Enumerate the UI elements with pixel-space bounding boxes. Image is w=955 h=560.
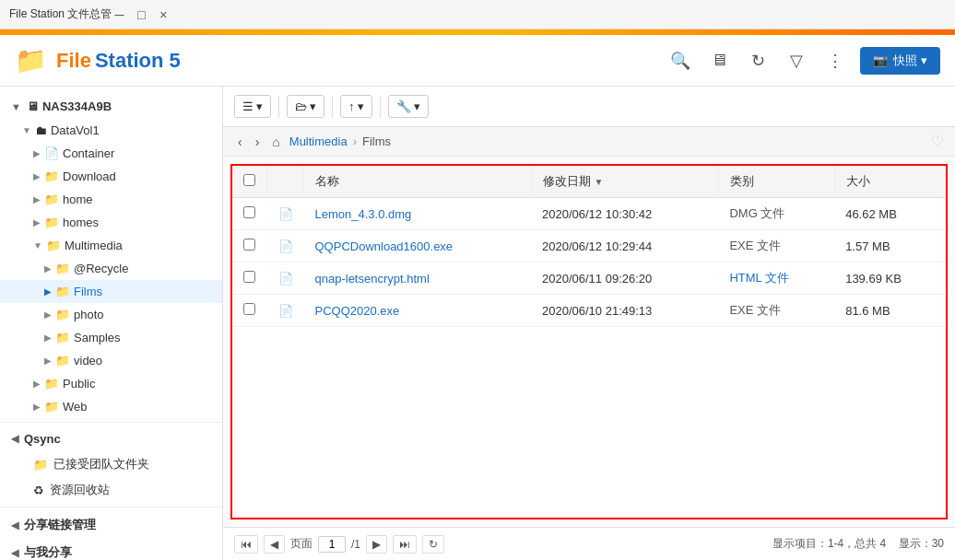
refresh-button[interactable]: ↻ [744, 47, 772, 75]
tools-button[interactable]: 🔧 ▾ [388, 95, 429, 118]
video-label: video [74, 354, 102, 368]
sidebar-item-qsync-recycle[interactable]: ♻ 资源回收站 [0, 477, 222, 503]
file-name[interactable]: QQPCDownload1600.exe [304, 230, 532, 262]
container-expand-icon: ▶ [33, 148, 41, 158]
sidebar-item-team-folder[interactable]: 📁 已接受团队文件夹 [0, 451, 222, 477]
samples-folder-icon: 📁 [55, 331, 70, 344]
first-page-button[interactable]: ⏮ [234, 535, 258, 554]
file-name[interactable]: PCQQ2020.exe [304, 295, 532, 327]
sidebar-item-samples[interactable]: ▶ 📁 Samples [0, 326, 222, 349]
logo-file: File [56, 49, 91, 73]
films-label: Films [74, 285, 102, 298]
screenshot-button[interactable]: 📷 快照 ▾ [860, 47, 940, 75]
new-folder-button[interactable]: 🗁 ▾ [287, 95, 324, 118]
last-page-button[interactable]: ⏭ [393, 535, 417, 554]
container-folder-icon: 📄 [44, 146, 59, 160]
next-page-button[interactable]: ▶ [366, 535, 387, 554]
table-row: 📄qnap-letsencrypt.html2020/06/11 09:26:2… [232, 262, 946, 295]
sidebar-share-header[interactable]: ◀ 分享链接管理 [0, 511, 222, 539]
back-button[interactable]: ‹ [234, 133, 246, 151]
upload-button[interactable]: ↑ ▾ [340, 95, 372, 118]
sidebar-withme-header[interactable]: ◀ 与我分享 [0, 539, 222, 560]
sidebar-item-download[interactable]: ▶ 📁 Download [0, 165, 222, 188]
display-count: 显示：30 [899, 537, 944, 550]
download-expand-icon: ▶ [33, 171, 41, 181]
footer: ⏮ ◀ 页面 /1 ▶ ⏭ ↻ 显示项目：1-4，总共 4 显示：30 [223, 527, 955, 560]
page-label: 页面 [290, 536, 312, 552]
page-input[interactable] [318, 536, 346, 553]
more-button[interactable]: ⋮ [821, 47, 849, 75]
qsync-recycle-label: 资源回收站 [50, 482, 110, 498]
sidebar-item-multimedia[interactable]: ▼ 📁 Multimedia [0, 234, 222, 257]
homes-expand-icon: ▶ [33, 217, 41, 228]
footer-refresh-button[interactable]: ↻ [422, 535, 444, 554]
content-area: ☰ ▾ 🗁 ▾ ↑ ▾ 🔧 ▾ ‹ › ⌂ Multimedia [223, 87, 955, 560]
forward-button[interactable]: › [252, 133, 264, 151]
list-view-button[interactable]: ☰ ▾ [234, 95, 271, 118]
sidebar-item-datavol[interactable]: ▼ 🖿 DataVol1 [0, 119, 222, 142]
web-folder-icon: 📁 [44, 400, 59, 414]
header-type-col[interactable]: 类别 [718, 166, 834, 198]
row-checkbox[interactable] [243, 206, 255, 218]
homes-label: homes [63, 216, 99, 229]
file-type: DMG 文件 [718, 198, 834, 230]
divider-1 [0, 422, 222, 423]
maximize-button[interactable]: □ [134, 7, 148, 22]
display-button[interactable]: 🖥 [705, 47, 733, 75]
nas-label: NAS334A9B [42, 99, 112, 113]
sidebar-item-public[interactable]: ▶ 📁 Public [0, 372, 222, 395]
file-name[interactable]: Lemon_4.3.0.dmg [304, 198, 532, 230]
public-expand-icon: ▶ [33, 379, 41, 389]
breadcrumb-multimedia[interactable]: Multimedia [289, 134, 348, 148]
file-icon: 📄 [278, 207, 293, 221]
row-checkbox[interactable] [243, 271, 255, 283]
sidebar-item-films[interactable]: ▶ 📁 Films [0, 280, 222, 303]
file-table: 名称 修改日期 ▼ 类别 [232, 166, 946, 327]
heart-icon[interactable]: ♡ [931, 133, 944, 150]
total-count: 4 [880, 537, 887, 550]
public-folder-icon: 📁 [44, 377, 59, 391]
breadcrumb-films: Films [362, 134, 391, 148]
close-button[interactable]: × [156, 7, 171, 22]
sep-2 [332, 96, 333, 118]
sidebar-item-homes[interactable]: ▶ 📁 homes [0, 211, 222, 234]
recycle-folder-icon: 📁 [55, 262, 70, 275]
samples-label: Samples [74, 331, 121, 344]
home-nav-button[interactable]: ⌂ [268, 133, 283, 151]
titlebar: File Station 文件总管 ─ □ × [0, 0, 955, 29]
sidebar-item-web[interactable]: ▶ 📁 Web [0, 395, 222, 418]
home-label: home [63, 192, 93, 206]
minimize-button[interactable]: ─ [112, 7, 126, 22]
select-all-checkbox[interactable] [243, 174, 255, 186]
sidebar-item-home[interactable]: ▶ 📁 home [0, 188, 222, 211]
header-modified-col[interactable]: 修改日期 ▼ [531, 166, 718, 198]
sidebar-item-photo[interactable]: ▶ 📁 photo [0, 303, 222, 326]
sidebar-item-video[interactable]: ▶ 📁 video [0, 349, 222, 372]
file-icon: 📄 [278, 272, 293, 286]
file-name[interactable]: qnap-letsencrypt.html [304, 262, 532, 295]
header-name-col[interactable]: 名称 [304, 166, 532, 198]
search-button[interactable]: 🔍 [666, 47, 694, 75]
prev-page-button[interactable]: ◀ [264, 535, 285, 554]
share-expand-icon: ◀ [11, 519, 18, 531]
file-size: 81.6 MB [834, 295, 945, 327]
sidebar-nas-header[interactable]: ▼ 🖥 NAS334A9B [0, 94, 222, 119]
datavol-label: DataVol1 [51, 123, 100, 137]
public-label: Public [63, 377, 95, 391]
filter-button[interactable]: ▽ [783, 47, 810, 75]
toolbar: ☰ ▾ 🗁 ▾ ↑ ▾ 🔧 ▾ [223, 87, 955, 127]
file-type: HTML 文件 [718, 262, 834, 295]
new-folder-arrow: ▾ [310, 99, 316, 113]
datavol-expand-icon: ▼ [22, 125, 31, 135]
row-checkbox[interactable] [243, 239, 255, 251]
sidebar-qsync-header[interactable]: ◀ Qsync [0, 426, 222, 451]
header-size-col[interactable]: 大小 [834, 166, 945, 198]
screenshot-icon: 📷 [873, 53, 888, 67]
row-checkbox[interactable] [243, 303, 255, 315]
breadcrumb-sep: › [353, 134, 357, 148]
sidebar-item-recycle[interactable]: ▶ 📁 @Recycle [0, 257, 222, 280]
logo-version: 5 [169, 49, 180, 73]
video-expand-icon: ▶ [44, 356, 52, 366]
sidebar-item-container[interactable]: ▶ 📄 Container [0, 142, 222, 165]
file-modified: 2020/06/12 10:29:44 [531, 230, 718, 262]
